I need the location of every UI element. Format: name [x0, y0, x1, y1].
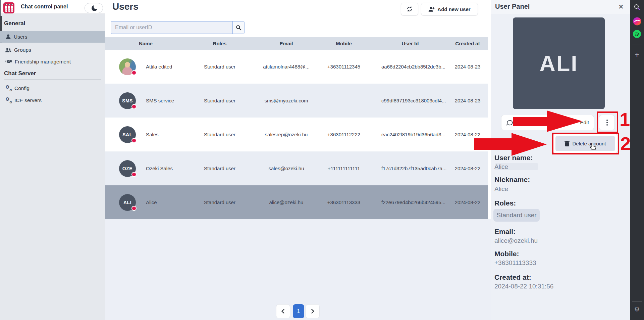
add-user-icon	[428, 6, 435, 12]
column-header-email[interactable]: Email	[253, 41, 315, 46]
search-icon	[236, 25, 241, 31]
hand-cursor	[589, 142, 597, 151]
refresh-button[interactable]	[401, 3, 418, 15]
gears-icon: ⚙⚙	[5, 97, 12, 103]
pagination-page-1[interactable]: 1	[293, 304, 304, 318]
app-logo-icon	[3, 2, 14, 13]
field-value-created: 2024-08-22 10:31:56	[494, 283, 553, 290]
sidebar-item-config[interactable]: ⚙⚙ Config	[0, 82, 105, 94]
table-row-selected[interactable]: ALIAlice Standard user alice@ozeki.hu +3…	[105, 185, 488, 219]
divider	[632, 45, 642, 45]
status-dot	[131, 172, 137, 177]
field-label-username: User name:	[494, 154, 533, 162]
status-dot	[131, 70, 137, 75]
app-title: Chat control panel	[21, 4, 68, 10]
field-value-username: Alice	[494, 163, 508, 171]
user-actions-bar: Edit	[501, 115, 594, 130]
sidebar-section-general: General	[4, 20, 25, 27]
field-label-nickname: Nickname:	[494, 176, 530, 184]
close-icon[interactable]: ✕	[618, 3, 624, 11]
column-header-mobile[interactable]: Mobile	[315, 41, 377, 46]
role-badge: Standard user	[493, 209, 540, 222]
column-header-roles[interactable]: Roles	[186, 41, 253, 46]
sidebar-item-users[interactable]: Users	[0, 31, 105, 43]
search-box: Email or userID	[111, 21, 245, 34]
field-label-email: Email:	[494, 228, 516, 236]
column-header-name[interactable]: Name	[105, 41, 186, 46]
table-row[interactable]: SALSales Standard user salesrep@ozeki.hu…	[105, 118, 488, 151]
spotify-icon[interactable]	[630, 30, 644, 38]
field-value-mobile: +36301113333	[494, 259, 536, 267]
user-icon	[5, 34, 11, 40]
divider	[4, 29, 101, 29]
table-row[interactable]: Attila edited Standard user attilamolnar…	[105, 50, 488, 84]
status-dot	[131, 206, 137, 211]
table-header: Name Roles Email Mobile User Id Created …	[105, 37, 488, 50]
page-title: Users	[112, 1, 139, 12]
dark-mode-toggle[interactable]	[85, 3, 103, 13]
field-value-email: alice@ozeki.hu	[494, 237, 538, 244]
gears-icon: ⚙⚙	[5, 85, 12, 91]
divider	[4, 79, 101, 80]
chevron-left-icon	[281, 309, 285, 314]
column-header-created[interactable]: Created at	[439, 41, 488, 46]
users-icon	[5, 47, 11, 53]
pagination-prev-button[interactable]	[276, 304, 290, 318]
status-dot	[131, 138, 137, 143]
field-label-roles: Roles:	[494, 199, 516, 207]
add-new-user-button[interactable]: Add new user	[421, 3, 478, 15]
user-panel-title: User Panel	[495, 3, 530, 10]
sidebar-item-groups[interactable]: Groups	[0, 44, 105, 56]
user-panel: User Panel ✕ ALI Edit Delete account 1 2…	[491, 0, 630, 320]
pagination-next-button[interactable]	[306, 304, 320, 318]
browser-sidebar: + ⚙	[630, 0, 644, 320]
chevron-right-icon	[310, 309, 315, 314]
window-edge	[0, 0, 1, 16]
field-label-created: Created at:	[494, 273, 531, 281]
field-value-nickname: Alice	[494, 185, 508, 193]
sidebar-item-ice-servers[interactable]: ⚙⚙ ICE servers	[0, 94, 105, 106]
moon-icon	[92, 5, 97, 11]
divider	[632, 301, 642, 302]
table-row[interactable]: SMSSMS service Standard user sms@myozeki…	[105, 84, 488, 118]
search-input[interactable]: Email or userID	[111, 21, 232, 34]
annotation-box-2	[552, 133, 619, 154]
main-content: Users Email or userID Add new user Name …	[105, 0, 491, 320]
field-label-mobile: Mobile:	[494, 250, 519, 258]
chat-bubble-icon[interactable]	[506, 119, 514, 126]
sidebar-section-chat-server: Chat Server	[4, 70, 36, 77]
browser-search-icon[interactable]	[630, 3, 644, 11]
user-avatar-large: ALI	[513, 17, 605, 109]
table-row[interactable]: OZEOzeki Sales Standard user sales@ozeki…	[105, 151, 488, 185]
handshake-icon	[5, 59, 12, 64]
search-button[interactable]	[232, 21, 245, 34]
edit-button[interactable]: Edit	[580, 120, 589, 126]
refresh-icon	[407, 6, 413, 12]
settings-gear-icon[interactable]: ⚙	[630, 305, 644, 314]
annotation-step-2: 2	[620, 134, 631, 153]
column-header-userid[interactable]: User Id	[377, 41, 439, 46]
add-sidebar-item-icon[interactable]: +	[630, 50, 644, 59]
annotation-step-1: 1	[620, 110, 630, 129]
browser-extension-icon[interactable]	[630, 17, 644, 26]
annotation-box-1	[597, 111, 618, 133]
sidebar-item-friendship[interactable]: Friendship management	[0, 56, 105, 67]
status-dot	[131, 104, 137, 109]
